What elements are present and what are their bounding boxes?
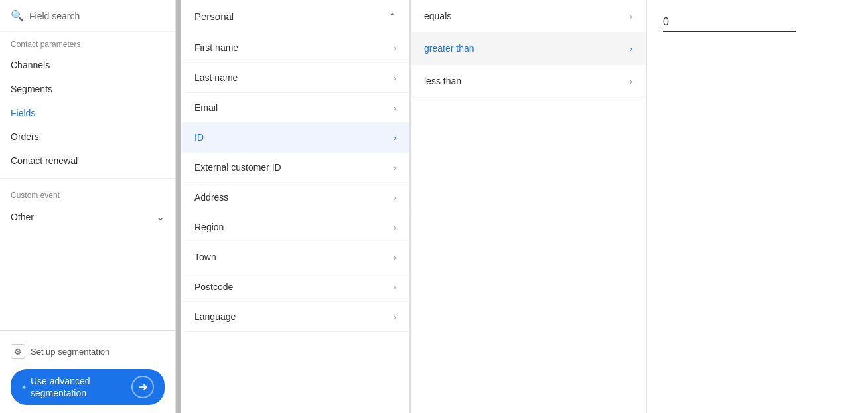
- operator-equals-label: equals: [424, 11, 451, 21]
- field-id-label: ID: [194, 132, 204, 143]
- field-item-id[interactable]: ID ›: [181, 123, 409, 153]
- field-last-name-label: Last name: [194, 72, 238, 83]
- chevron-right-icon: ›: [630, 76, 632, 86]
- gear-icon: ⚙: [11, 344, 25, 359]
- sidebar-item-channels[interactable]: Channels: [0, 53, 175, 77]
- sidebar-item-orders[interactable]: Orders: [0, 125, 175, 149]
- chevron-right-icon: ›: [394, 103, 396, 113]
- field-email-label: Email: [194, 102, 218, 113]
- field-item-address[interactable]: Address ›: [181, 183, 409, 212]
- sidebar-bottom: ⚙ Set up segmentation ✦ Use advanced seg…: [0, 330, 175, 413]
- sidebar-item-segments[interactable]: Segments: [0, 77, 175, 101]
- fields-panel: Personal ⌃ First name › Last name › Emai…: [181, 0, 410, 413]
- operator-greater-than-label: greater than: [424, 43, 474, 54]
- drag-bar[interactable]: [176, 0, 181, 413]
- field-region-label: Region: [194, 222, 224, 232]
- field-external-customer-id-label: External customer ID: [194, 162, 281, 173]
- chevron-right-icon: ›: [394, 252, 396, 262]
- sidebar-item-contact-renewal[interactable]: Contact renewal: [0, 149, 175, 173]
- field-item-region[interactable]: Region ›: [181, 212, 409, 242]
- advanced-segmentation-button[interactable]: ✦ Use advanced segmentation ➜: [11, 369, 165, 405]
- sidebar: 🔍 Field search Contact parameters Channe…: [0, 0, 176, 413]
- operator-less-than[interactable]: less than ›: [411, 65, 646, 98]
- sidebar-item-other[interactable]: Other ⌄: [0, 204, 175, 230]
- chevron-right-icon: ›: [394, 43, 396, 53]
- field-item-first-name[interactable]: First name ›: [181, 33, 409, 63]
- chevron-up-icon: ⌃: [388, 11, 396, 22]
- btn-left-area: ✦ Use advanced segmentation: [21, 376, 90, 398]
- advanced-btn-line1: Use advanced: [31, 376, 90, 386]
- field-town-label: Town: [194, 252, 216, 262]
- btn-text: Use advanced segmentation: [31, 376, 90, 398]
- personal-group-header[interactable]: Personal ⌃: [181, 0, 409, 33]
- custom-event-label: Custom event: [0, 184, 175, 204]
- field-search-row[interactable]: 🔍 Field search: [0, 0, 175, 32]
- chevron-right-icon: ›: [394, 133, 396, 143]
- chevron-right-icon: ›: [630, 44, 632, 54]
- setup-segmentation-label: Set up segmentation: [31, 347, 109, 357]
- circle-arrow-icon: ➜: [131, 376, 154, 398]
- sidebar-item-fields[interactable]: Fields: [0, 101, 175, 125]
- field-item-postcode[interactable]: Postcode ›: [181, 272, 409, 302]
- field-address-label: Address: [194, 192, 228, 203]
- chevron-right-icon: ›: [394, 163, 396, 173]
- other-label: Other: [11, 212, 34, 222]
- operators-panel: equals › greater than › less than ›: [411, 0, 646, 413]
- operator-greater-than[interactable]: greater than ›: [411, 33, 646, 65]
- sparkle-left-icon: ✦: [21, 384, 27, 391]
- contact-params-label: Contact parameters: [0, 32, 175, 53]
- value-panel: [647, 0, 868, 413]
- sidebar-divider: [0, 178, 175, 179]
- field-item-town[interactable]: Town ›: [181, 242, 409, 272]
- value-input[interactable]: [663, 13, 796, 32]
- operator-equals[interactable]: equals ›: [411, 0, 646, 33]
- field-item-last-name[interactable]: Last name ›: [181, 63, 409, 93]
- arrow-icon: ➜: [138, 380, 148, 394]
- chevron-right-icon: ›: [394, 282, 396, 292]
- chevron-down-icon: ⌄: [156, 210, 165, 223]
- chevron-right-icon: ›: [394, 312, 396, 322]
- personal-group-label: Personal: [194, 11, 234, 22]
- operator-less-than-label: less than: [424, 76, 461, 86]
- field-postcode-label: Postcode: [194, 282, 233, 292]
- chevron-right-icon: ›: [394, 73, 396, 83]
- chevron-right-icon: ›: [630, 11, 632, 21]
- field-search-label: Field search: [29, 11, 80, 21]
- field-first-name-label: First name: [194, 42, 238, 53]
- field-item-email[interactable]: Email ›: [181, 93, 409, 123]
- field-item-language[interactable]: Language ›: [181, 302, 409, 332]
- setup-segmentation-row[interactable]: ⚙ Set up segmentation: [11, 339, 165, 364]
- advanced-btn-line2: segmentation: [31, 388, 86, 398]
- chevron-right-icon: ›: [394, 193, 396, 203]
- field-item-external-customer-id[interactable]: External customer ID ›: [181, 153, 409, 183]
- chevron-right-icon: ›: [394, 222, 396, 232]
- field-language-label: Language: [194, 311, 236, 322]
- search-icon: 🔍: [11, 9, 24, 22]
